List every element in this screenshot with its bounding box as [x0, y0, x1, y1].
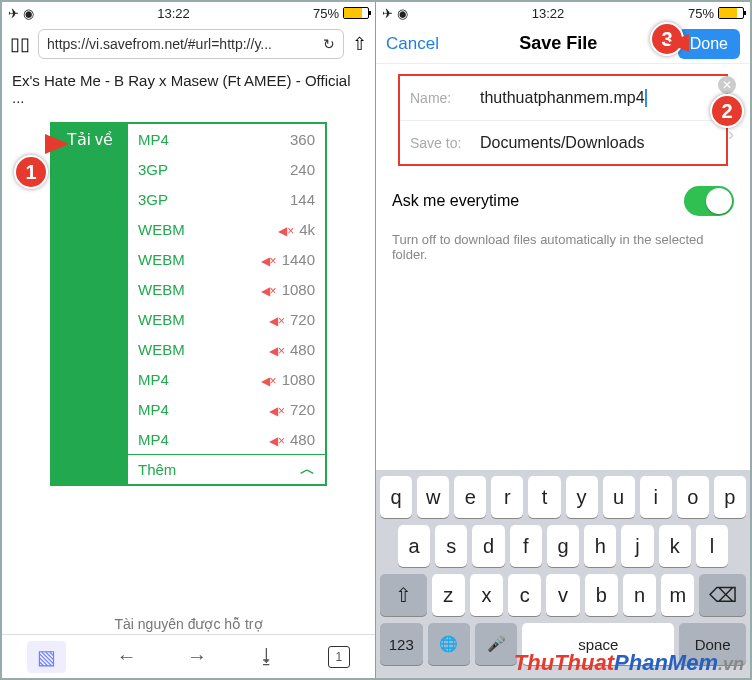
forward-icon[interactable]: → [187, 645, 207, 668]
key-e[interactable]: e [454, 476, 486, 518]
share-icon[interactable]: ⇧ [352, 33, 367, 55]
key-p[interactable]: p [714, 476, 746, 518]
chevron-up-icon: ︿ [300, 460, 315, 479]
key-globe[interactable]: 🌐 [428, 623, 470, 665]
format-label: WEBM [138, 311, 198, 328]
format-option[interactable]: MP4◀×480 [128, 424, 325, 454]
format-label: MP4 [138, 431, 198, 448]
quality-label: 480 [290, 431, 315, 448]
key-k[interactable]: k [659, 525, 691, 567]
airplane-icon: ✈ [8, 6, 19, 21]
quality-label: 720 [290, 401, 315, 418]
key-w[interactable]: w [417, 476, 449, 518]
key-y[interactable]: y [566, 476, 598, 518]
ask-everytime-toggle[interactable] [684, 186, 734, 216]
key-h[interactable]: h [584, 525, 616, 567]
no-audio-icon: ◀× [269, 404, 285, 418]
wifi-icon: ◉ [397, 6, 408, 21]
key-shift[interactable]: ⇧ [380, 574, 427, 616]
downloads-icon[interactable]: ⭳ [257, 645, 277, 668]
no-audio-icon: ◀× [269, 434, 285, 448]
format-label: MP4 [138, 131, 198, 148]
quality-label: 360 [290, 131, 315, 148]
key-mic[interactable]: 🎤 [475, 623, 517, 665]
name-input[interactable]: thuthuatphanmem.mp4 [480, 89, 647, 107]
no-audio-icon: ◀× [261, 374, 277, 388]
key-done[interactable]: Done [679, 623, 746, 665]
format-option[interactable]: WEBM◀×1440 [128, 244, 325, 274]
key-m[interactable]: m [661, 574, 694, 616]
clear-name-icon[interactable]: ✕ [718, 76, 736, 94]
format-option[interactable]: 3GP144 [128, 184, 325, 214]
reload-icon[interactable]: ↻ [323, 36, 335, 52]
battery-pct: 75% [688, 6, 714, 21]
bookmarks-icon[interactable]: ▯▯ [10, 33, 30, 55]
more-button[interactable]: Thêm︿ [128, 454, 325, 484]
key-o[interactable]: o [677, 476, 709, 518]
format-label: WEBM [138, 251, 198, 268]
saveto-row[interactable]: Save to: Documents/Downloads [400, 120, 726, 164]
key-s[interactable]: s [435, 525, 467, 567]
cancel-button[interactable]: Cancel [386, 34, 439, 54]
format-option[interactable]: MP4◀×720 [128, 394, 325, 424]
quality-label: 1080 [282, 281, 315, 298]
key-i[interactable]: i [640, 476, 672, 518]
key-f[interactable]: f [510, 525, 542, 567]
saveto-label: Save to: [410, 135, 480, 151]
callout-1: 1 [14, 155, 48, 189]
key-l[interactable]: l [696, 525, 728, 567]
name-row[interactable]: Name: thuthuatphanmem.mp4 [400, 76, 726, 120]
key-u[interactable]: u [603, 476, 635, 518]
url-field[interactable]: https://vi.savefrom.net/#url=http://y...… [38, 29, 344, 59]
key-q[interactable]: q [380, 476, 412, 518]
status-bar: ✈◉ 13:22 75% [2, 2, 375, 24]
key-t[interactable]: t [528, 476, 560, 518]
tabs-button[interactable]: 1 [328, 646, 350, 668]
key-x[interactable]: x [470, 574, 503, 616]
battery-pct: 75% [313, 6, 339, 21]
ask-everytime-label: Ask me everytime [392, 192, 519, 210]
key-d[interactable]: d [472, 525, 504, 567]
format-label: 3GP [138, 161, 198, 178]
format-label: MP4 [138, 371, 198, 388]
key-backspace[interactable]: ⌫ [699, 574, 746, 616]
status-time: 13:22 [532, 6, 565, 21]
key-j[interactable]: j [621, 525, 653, 567]
download-button[interactable]: Tải về [52, 124, 128, 484]
format-option[interactable]: MP4360 [128, 124, 325, 154]
key-z[interactable]: z [432, 574, 465, 616]
no-audio-icon: ◀× [261, 254, 277, 268]
format-option[interactable]: WEBM◀×480 [128, 334, 325, 364]
status-bar: ✈◉ 13:22 75% [376, 2, 750, 24]
format-option[interactable]: WEBM◀×720 [128, 304, 325, 334]
key-123[interactable]: 123 [380, 623, 422, 665]
format-label: WEBM [138, 221, 198, 238]
callout-1-arrow [45, 134, 69, 154]
key-space[interactable]: space [522, 623, 674, 665]
quality-label: 144 [290, 191, 315, 208]
format-label: MP4 [138, 401, 198, 418]
key-g[interactable]: g [547, 525, 579, 567]
key-b[interactable]: b [585, 574, 618, 616]
key-c[interactable]: c [508, 574, 541, 616]
keyboard: qwertyuiop asdfghjkl ⇧zxcvbnm⌫ 123 🌐 🎤 s… [376, 470, 750, 678]
file-fields-highlight: Name: thuthuatphanmem.mp4 Save to: Docum… [398, 74, 728, 166]
key-n[interactable]: n [623, 574, 656, 616]
battery-icon [343, 7, 369, 19]
key-v[interactable]: v [546, 574, 579, 616]
format-option[interactable]: WEBM◀×1080 [128, 274, 325, 304]
airplane-icon: ✈ [382, 6, 393, 21]
key-r[interactable]: r [491, 476, 523, 518]
battery-icon [718, 7, 744, 19]
hint-text: Turn off to download files automatically… [376, 226, 750, 268]
format-option[interactable]: MP4◀×1080 [128, 364, 325, 394]
callout-2: 2 [710, 94, 744, 128]
key-a[interactable]: a [398, 525, 430, 567]
save-file-header: Cancel Save File Done [376, 24, 750, 64]
format-option[interactable]: 3GP240 [128, 154, 325, 184]
supported-resources-text: Tài nguyên được hỗ trợ [2, 616, 375, 632]
format-option[interactable]: WEBM◀×4k [128, 214, 325, 244]
download-panel: Tải về MP43603GP2403GP144WEBM◀×4kWEBM◀×1… [50, 122, 327, 486]
back-icon[interactable]: ← [117, 645, 137, 668]
files-icon[interactable]: ▧ [27, 641, 66, 673]
